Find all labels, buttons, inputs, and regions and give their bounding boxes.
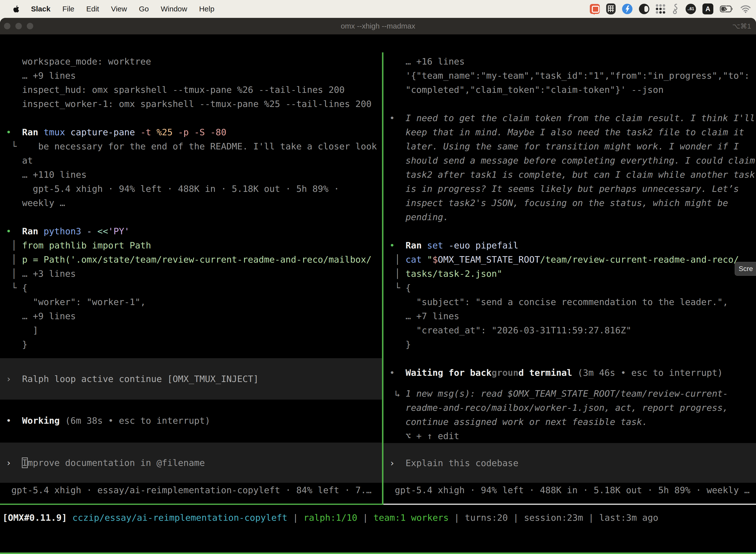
window-title: omx --xhigh --madmax (0, 22, 756, 30)
prompt-input-band[interactable]: › Explain this codebase (383, 443, 756, 483)
text-segment: │ (6, 255, 22, 265)
terminal-line: … +9 lines (6, 309, 382, 323)
menu-edit[interactable]: Edit (80, 5, 105, 13)
text-segment: Ran (22, 127, 44, 137)
text-segment: groun (492, 368, 518, 378)
text-segment: << (97, 226, 108, 236)
terminal-line: } (389, 337, 756, 351)
menu-window[interactable]: Window (155, 5, 193, 13)
text-segment: mprove documentation in @filename (27, 458, 205, 468)
moon-crescent-icon[interactable] (639, 4, 649, 14)
ralph-loop-band[interactable]: › Ralph loop active continue [OMX_TMUX_I… (0, 358, 382, 400)
text-segment: keep that in mind. Maybe I also need the… (389, 127, 744, 137)
text-segment: │ (6, 240, 22, 251)
menu-view[interactable]: View (105, 5, 133, 13)
text-segment: I need to get the claim token from the c… (405, 113, 755, 123)
menu-file[interactable]: File (56, 5, 80, 13)
a-square-icon[interactable]: A (702, 3, 713, 14)
text-segment: } (6, 339, 27, 349)
text-segment: └ be necessary for the end of the README… (6, 141, 377, 151)
tmux-pane-left[interactable]: workspace_mode: worktree … +9 lines insp… (0, 52, 382, 504)
text-segment: %25 (156, 127, 178, 137)
waiting-status-line: • Waiting for background terminal (3m 46… (389, 366, 756, 380)
terminal-line: "created_at": "2026-03-31T11:59:27.816Z" (389, 323, 756, 337)
text-segment: Ran (22, 226, 44, 236)
text-segment: -80 (210, 127, 227, 137)
spacer (6, 351, 382, 358)
text-segment: task2 after task1 is complete, but can I… (389, 170, 755, 180)
zigzag-badge-icon[interactable] (622, 4, 632, 14)
text-segment: should send a message before completing … (389, 155, 755, 166)
text-segment: | turns:20 | session:23m | last:3m ago (449, 512, 658, 523)
thinking-line: • I need to get the claim token from the… (389, 111, 756, 125)
text-segment: └ { (389, 283, 411, 293)
text-segment: Ralph loop active continue [OMX_TMUX_INJ… (22, 374, 259, 384)
text-segment: │ (389, 269, 405, 279)
spacer (6, 428, 382, 443)
text-segment: inspect task2's JSON, focusing on the st… (389, 198, 728, 208)
squiggle-icon[interactable] (672, 3, 679, 15)
text-segment: … +110 lines (6, 170, 86, 180)
prompt-input-band[interactable]: › Improve documentation in @filename (0, 443, 382, 483)
wifi-icon[interactable] (740, 5, 751, 13)
text-segment: … +7 lines (389, 311, 459, 321)
text-segment: weekly … (6, 198, 65, 208)
text-segment: is in progress? It seems likely but perh… (389, 184, 739, 194)
terminal-line: "subject": "send a concise recommendatio… (389, 295, 756, 309)
text-segment: … +16 lines (389, 56, 464, 66)
text-segment: └ { (6, 283, 27, 293)
text-segment: cczip/essay/ai-reimplementation-copyleft (72, 512, 288, 523)
terminal-window: omx --xhigh --madmax ⌥⌘1 workspace_mode:… (0, 18, 756, 554)
screen-tooltip: Scre (735, 262, 756, 276)
ran-set-command-line: • Ran set -euo pipefail (389, 238, 756, 253)
text-segment: • (389, 113, 405, 123)
thinking-line: inspect task2's JSON, focusing on the st… (389, 196, 756, 210)
text-segment: … +3 lines (22, 269, 76, 279)
terminal-line: '{"team_name":"my-team","task_id":"1","f… (389, 68, 756, 82)
text-segment: ⌥ + ↑ edit (389, 431, 459, 441)
text-segment: later. Using the same for transition mig… (389, 141, 739, 151)
text-segment: • (6, 127, 22, 137)
dots-grid-icon[interactable] (656, 4, 665, 14)
prompt-input-band-text: › Explain this codebase (389, 456, 518, 470)
window-titlebar[interactable]: omx --xhigh --madmax ⌥⌘1 (0, 18, 756, 35)
spacer (6, 400, 382, 413)
text-segment: 'PY' (108, 226, 130, 236)
text-segment: │ (6, 269, 22, 279)
terminal-line: ] (6, 323, 382, 337)
tmux-status-bar: [omx-cczip0:bash* "MacBook-Pro-44.local"… (0, 553, 756, 554)
chat-icon[interactable] (590, 4, 600, 14)
menu-go[interactable]: Go (133, 5, 155, 13)
battery-icon[interactable] (720, 5, 734, 13)
text-segment: (3m 46s • esc to interrupt) (578, 368, 723, 378)
terminal-line: workspace_mode: worktree (6, 54, 382, 68)
text-segment: gpt-5.4 xhigh · essay/ai-reimplementatio… (6, 485, 372, 495)
app-menu-slack[interactable]: Slack (25, 5, 56, 13)
terminal-line: └ { (6, 281, 382, 295)
terminal-line: … +16 lines (389, 54, 756, 68)
working-status-line: • Working (6m 38s • esc to interrupt) (6, 413, 382, 428)
text-segment: | (358, 512, 374, 523)
prompt-input-band-text: › Improve documentation in @filename (6, 456, 205, 470)
text-segment: $ (432, 255, 438, 265)
terminal-line: │ p = Path('.omx/state/team/review-curre… (6, 253, 382, 267)
text-segment: team:1 workers (374, 512, 449, 523)
terminal-line (389, 224, 756, 238)
shield-grid-icon[interactable] (606, 3, 616, 14)
text-segment: … +9 lines (6, 70, 76, 81)
text-segment: /team/review-current-readme-and-reco/ (540, 255, 739, 265)
text-segment: (6m 38s • esc to interrupt) (65, 416, 210, 426)
ralph-loop-band-text: › Ralph loop active continue [OMX_TMUX_I… (6, 372, 259, 386)
percent-badge-icon[interactable]: ..61 (686, 4, 696, 14)
text-segment: ralph:1/10 (304, 512, 358, 523)
text-segment: • (389, 368, 405, 378)
omx-status-line: [OMX#0.11.9] cczip/essay/ai-reimplementa… (2, 510, 658, 525)
menu-help[interactable]: Help (193, 5, 220, 13)
mailbox-msg-line: continue assigned work or next feasible … (389, 415, 756, 429)
thinking-line: pending. (389, 210, 756, 224)
text-segment: Explain this codebase (405, 458, 518, 468)
text-segment: '{"team_name":"my-team","task_id":"1","f… (389, 70, 750, 81)
text-segment: › (6, 374, 22, 384)
tmux-pane-right[interactable]: … +16 lines '{"team_name":"my-team","tas… (383, 52, 756, 504)
apple-logo-icon[interactable] (11, 5, 25, 13)
